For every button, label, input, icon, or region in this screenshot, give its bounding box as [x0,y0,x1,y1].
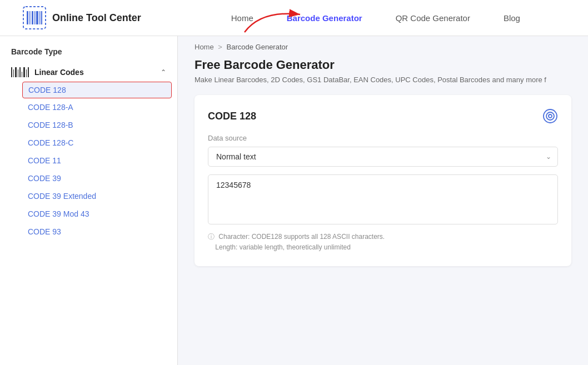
sidebar-item-code11[interactable]: CODE 11 [0,152,177,169]
svg-rect-2 [29,11,31,24]
logo-text: Online Tool Center [52,12,141,24]
barcode-group-icon [11,67,29,77]
sidebar: Barcode Type Linear Codes ⌃ [0,36,178,365]
main-content: Free Barcode Generator Make Linear Barco… [178,58,588,283]
barcode-data-textarea[interactable] [208,174,558,224]
svg-rect-1 [27,11,28,24]
data-source-select[interactable]: Normal text Hex Base64 [208,147,558,167]
svg-point-9 [544,109,557,123]
nav-barcode-generator[interactable]: Barcode Generator [287,13,362,23]
breadcrumb: Home > Barcode Generator [178,36,588,58]
sidebar-item-code39[interactable]: CODE 39 [0,169,177,187]
sidebar-group-header-left: Linear Codes [11,67,84,77]
chevron-up-icon: ⌃ [161,68,166,76]
sidebar-item-code128b[interactable]: CODE 128-B [0,116,177,134]
main-nav: Home Barcode Generator QR Code Generator… [186,13,566,23]
data-source-label: Data source [208,134,558,142]
main-content-area: Home > Barcode Generator Free Barcode Ge… [178,36,588,365]
sidebar-item-code128[interactable]: CODE 128 [22,82,172,98]
sidebar-item-code93[interactable]: CODE 93 [0,223,177,241]
svg-point-11 [549,114,552,118]
sidebar-group-label-linear-codes: Linear Codes [34,68,84,77]
hint-line2: Length: variable length, theoretically u… [215,243,350,251]
layout: Barcode Type Linear Codes ⌃ [0,36,588,365]
svg-rect-5 [36,11,38,24]
barcode-card: CODE 128 Data source Normal text Hex Bas… [195,95,571,266]
svg-point-10 [546,112,554,120]
header: Online Tool Center Home Barcode Generato… [0,0,588,36]
page-title: Free Barcode Generator [195,58,571,72]
sidebar-item-code128c[interactable]: CODE 128-C [0,134,177,152]
card-header: CODE 128 [208,108,558,124]
settings-icon[interactable] [542,108,558,124]
info-icon: ⓘ [208,233,215,241]
svg-rect-4 [34,11,36,24]
sidebar-item-code39-extended[interactable]: CODE 39 Extended [0,187,177,205]
hint-text: ⓘ Character: CODE128 supports all 128 AS… [208,232,558,253]
sidebar-section-title: Barcode Type [0,47,177,63]
nav-qr-code-generator[interactable]: QR Code Generator [396,13,470,23]
breadcrumb-current: Barcode Generator [227,43,288,51]
logo-area: Online Tool Center [22,6,141,30]
sidebar-item-code128a[interactable]: CODE 128-A [0,98,177,116]
svg-rect-6 [39,11,41,24]
logo-icon [22,6,47,30]
breadcrumb-home[interactable]: Home [195,43,214,51]
nav-blog[interactable]: Blog [504,13,520,23]
sidebar-item-code39-mod43[interactable]: CODE 39 Mod 43 [0,205,177,223]
card-title: CODE 128 [208,111,256,122]
svg-rect-3 [32,11,33,24]
hint-line1: Character: CODE128 supports all 128 ASCI… [218,233,385,241]
nav-home[interactable]: Home [231,13,253,23]
sidebar-group-header-linear-codes[interactable]: Linear Codes ⌃ [0,63,177,82]
data-source-wrapper: Normal text Hex Base64 ⌄ [208,147,558,167]
svg-rect-7 [41,11,42,24]
breadcrumb-separator: > [218,43,222,51]
page-subtitle: Make Linear Barcodes, 2D Codes, GS1 Data… [195,76,571,84]
